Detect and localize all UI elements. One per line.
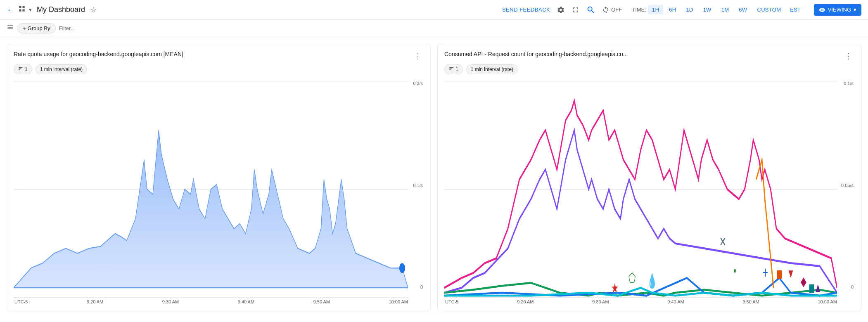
svg-text:💧: 💧 — [647, 273, 657, 289]
favorite-star-icon[interactable]: ☆ — [90, 5, 97, 14]
chart-1-x-5: 10:00 AM — [389, 299, 408, 304]
chart-2-x-2: 9:30 AM — [592, 299, 609, 304]
svg-text:▪: ▪ — [733, 263, 736, 277]
svg-text:✕: ✕ — [719, 234, 726, 249]
chart-1-filter-count: 1 — [25, 66, 28, 72]
chart-2-meta: 1 1 min interval (rate) — [444, 64, 854, 74]
chart-2-x-labels: UTC-5 9:20 AM 9:30 AM 9:40 AM 9:50 AM 10… — [444, 299, 854, 304]
svg-rect-3 — [23, 9, 25, 12]
chart-1-interval-label: 1 min interval (rate) — [40, 66, 83, 72]
svg-text:+: + — [763, 264, 768, 282]
time-label: TIME: — [632, 7, 646, 13]
chart-1-area: 0.2/s 0.1/s 0 — [14, 81, 424, 298]
search-icon[interactable] — [586, 5, 595, 14]
group-by-plus-icon: + — [23, 25, 26, 31]
chart-2-interval-chip: 1 min interval (rate) — [466, 64, 518, 74]
chart-1-wrapper: 0.2/s 0.1/s 0 — [14, 81, 424, 304]
svg-text:⬠: ⬠ — [628, 270, 635, 286]
chart-1-y-top: 0.2/s — [413, 81, 423, 86]
chart-2-x-0: UTC-5 — [445, 299, 458, 304]
group-by-button[interactable]: + Group By — [17, 23, 56, 33]
chart-2-area: 0.1/s 0.05/s 0 — [444, 81, 854, 298]
svg-text:◆: ◆ — [801, 274, 806, 288]
settings-icon[interactable] — [557, 6, 565, 14]
back-button[interactable]: ← — [7, 5, 15, 14]
chart-2-y-labels: 0.1/s 0.05/s 0 — [841, 81, 854, 289]
chart-1-y-mid: 0.1/s — [413, 183, 423, 188]
timezone-button[interactable]: EST — [787, 5, 804, 14]
viewing-label: VIEWING — [828, 7, 851, 13]
time-custom-button[interactable]: CUSTOM — [753, 5, 785, 14]
auto-refresh-toggle[interactable]: OFF — [602, 6, 622, 14]
filter-input[interactable] — [59, 25, 861, 31]
chart-2-filter-chip[interactable]: 1 — [444, 64, 463, 74]
svg-text:◼: ◼ — [776, 266, 783, 280]
auto-refresh-label: OFF — [611, 7, 622, 13]
chart-1-interval-chip: 1 min interval (rate) — [36, 64, 87, 74]
fullscreen-icon[interactable] — [572, 6, 580, 14]
chart-1-y-bottom: 0 — [420, 284, 423, 289]
svg-point-7 — [399, 263, 405, 273]
time-1d-button[interactable]: 1D — [682, 5, 697, 14]
chart-2-filter-chip-icon — [449, 66, 454, 72]
filter-bar: + Group By — [0, 20, 868, 37]
header-center: SEND FEEDBACK OFF TIME: 1H 6H 1D 1W 1M 6… — [502, 4, 861, 16]
chart-1-x-1: 9:20 AM — [87, 299, 103, 304]
chart-2-wrapper: 0.1/s 0.05/s 0 — [444, 81, 854, 304]
svg-rect-0 — [19, 6, 21, 8]
chart-1-x-2: 9:30 AM — [162, 299, 179, 304]
svg-rect-1 — [23, 6, 25, 8]
svg-rect-2 — [19, 9, 21, 12]
svg-text:◼: ◼ — [809, 280, 815, 294]
time-6w-button[interactable]: 6W — [735, 5, 751, 14]
filter-chip-icon — [18, 66, 23, 72]
chart-2-more-icon[interactable]: ⋮ — [843, 51, 854, 61]
group-by-label: Group By — [28, 25, 50, 31]
chart-1-filter-chip[interactable]: 1 — [14, 64, 32, 74]
chart-2-x-5: 10:00 AM — [818, 299, 837, 304]
chart-2-y-bottom: 0 — [851, 284, 854, 289]
svg-text:▼: ▼ — [787, 266, 794, 280]
chart-1-svg — [14, 81, 408, 298]
dashboard-grid-icon[interactable] — [18, 5, 26, 14]
send-feedback-button[interactable]: SEND FEEDBACK — [502, 7, 550, 13]
chart-1-x-3: 9:40 AM — [238, 299, 254, 304]
chart-1-x-4: 9:50 AM — [313, 299, 330, 304]
time-6h-button[interactable]: 6H — [665, 5, 680, 14]
page-title: My Dashboard — [37, 5, 85, 14]
chart-1-x-labels: UTC-5 9:20 AM 9:30 AM 9:40 AM 9:50 AM 10… — [14, 299, 424, 304]
main-content: Rate quota usage for geocoding-backend.g… — [0, 37, 868, 318]
chart-2-y-top: 0.1/s — [844, 81, 854, 86]
dashboard-dropdown-arrow[interactable]: ▾ — [29, 7, 32, 13]
time-section: TIME: 1H 6H 1D 1W 1M 6W CUSTOM EST — [632, 5, 804, 14]
header-left: ← ▾ My Dashboard ☆ — [7, 5, 499, 14]
time-1w-button[interactable]: 1W — [699, 5, 716, 14]
chart-2-title: Consumed API - Request count for geocodi… — [444, 51, 843, 57]
svg-text:★: ★ — [611, 280, 618, 296]
app-header: ← ▾ My Dashboard ☆ SEND FEEDBACK OFF TIM… — [0, 0, 868, 20]
chart-2-svg: ★ ⬠ 💧 ✕ ▪ + ◼ ▼ ◆ — [444, 81, 837, 298]
chart-2-filter-count: 1 — [455, 66, 458, 72]
viewing-dropdown-arrow: ▾ — [854, 7, 856, 13]
chart-1-title: Rate quota usage for geocoding-backend.g… — [14, 51, 412, 57]
chart-2-x-1: 9:20 AM — [517, 299, 534, 304]
chart-2-x-4: 9:50 AM — [742, 299, 759, 304]
chart-1-header: Rate quota usage for geocoding-backend.g… — [14, 51, 424, 61]
chart-2-x-3: 9:40 AM — [667, 299, 684, 304]
chart-1-x-0: UTC-5 — [14, 299, 28, 304]
hamburger-icon[interactable] — [7, 24, 14, 33]
svg-text:▲: ▲ — [814, 280, 822, 294]
time-1m-button[interactable]: 1M — [717, 5, 733, 14]
chart-2-y-mid: 0.05/s — [841, 183, 854, 188]
chart-1-meta: 1 1 min interval (rate) — [14, 64, 424, 74]
chart-2-header: Consumed API - Request count for geocodi… — [444, 51, 854, 61]
chart-2-interval-label: 1 min interval (rate) — [471, 66, 513, 72]
chart-card-2: Consumed API - Request count for geocodi… — [437, 44, 861, 311]
time-1h-button[interactable]: 1H — [648, 5, 663, 14]
chart-card-1: Rate quota usage for geocoding-backend.g… — [7, 44, 431, 311]
chart-1-y-labels: 0.2/s 0.1/s 0 — [413, 81, 424, 289]
viewing-button[interactable]: VIEWING ▾ — [814, 4, 861, 16]
chart-1-more-icon[interactable]: ⋮ — [412, 51, 424, 61]
